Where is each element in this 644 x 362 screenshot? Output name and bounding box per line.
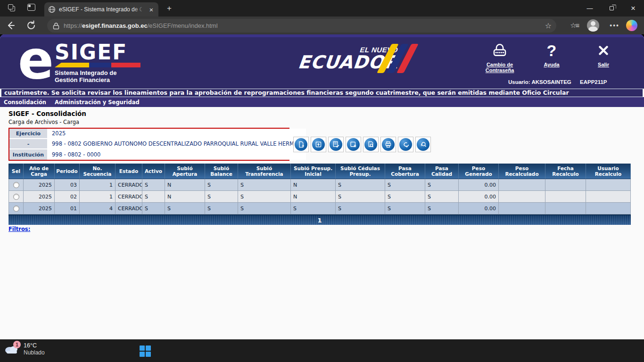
validate-document-button[interactable]: [328, 137, 344, 152]
window-controls: — ×: [579, 0, 644, 16]
table-cell: CERRADO: [116, 179, 142, 191]
row-select-radio[interactable]: [13, 194, 19, 200]
exit-x-icon: [596, 43, 611, 58]
delete-record-icon: [347, 138, 360, 151]
table-cell: 2025: [24, 179, 55, 191]
favorite-star-icon[interactable]: ☆: [545, 21, 552, 30]
toolbar-right: ☆≡ •••: [567, 16, 644, 34]
row-select-radio[interactable]: [13, 206, 19, 212]
esigef-logo-stripe: [55, 63, 140, 67]
query-search-icon: [417, 138, 429, 151]
table-cell: S: [336, 191, 385, 203]
restore-button[interactable]: [601, 0, 622, 16]
workspaces-icon[interactable]: [8, 4, 17, 12]
menu-item-administracion[interactable]: Administración y Seguridad: [55, 99, 140, 106]
filtros-link[interactable]: Filtros:: [8, 226, 30, 232]
preview-document-button[interactable]: [363, 137, 379, 152]
table-cell: CERRADO: [116, 203, 142, 214]
row-select-radio[interactable]: [13, 182, 19, 188]
table-cell: S: [205, 203, 238, 214]
table-cell: S: [238, 179, 291, 191]
profile-avatar[interactable]: [587, 19, 599, 32]
table-cell: S: [385, 179, 425, 191]
table-cell: [545, 179, 586, 191]
page-number[interactable]: 1: [317, 217, 322, 224]
restore-icon: [610, 6, 614, 10]
url-scheme: https://: [64, 22, 82, 29]
browser-tab[interactable]: eSIGEF - Sistema Integrado de Ge ×: [44, 2, 158, 16]
change-password-button[interactable]: Cambio de Contraseña: [480, 42, 519, 73]
weather-widget[interactable]: 1 16°C Nublado: [4, 342, 45, 356]
pagination-bar[interactable]: 1: [8, 214, 631, 225]
more-menu-icon[interactable]: •••: [610, 22, 619, 29]
workspaces-icon-front: [8, 4, 13, 9]
table-cell: S: [238, 191, 291, 203]
user-label: Usuario: AKSOSAINTEG: [508, 79, 571, 85]
page-title: SIGEF - Consolidación: [8, 110, 86, 117]
menu-item-consolidacion[interactable]: Consolidación: [4, 99, 46, 106]
preview-document-icon: [364, 138, 377, 151]
tab-close-icon[interactable]: ×: [147, 5, 156, 14]
table-cell: 0.00: [459, 203, 499, 214]
table-cell: [586, 203, 631, 214]
table-cell: 2025: [24, 203, 55, 214]
table-row: 2025014CERRADOSSSSSSSS0.00: [8, 203, 631, 214]
minimize-button[interactable]: —: [579, 0, 601, 16]
tab-title: eSIGEF - Sistema Integrado de Ge: [59, 6, 142, 13]
delete-record-button[interactable]: [346, 137, 361, 152]
table-cell: 1: [80, 191, 116, 203]
address-bar[interactable]: https://esigef.finanzas.gob.ec/eSIGEF/me…: [47, 19, 556, 33]
station-code: EAPP211P: [580, 79, 607, 85]
table-cell: S: [385, 191, 425, 203]
print-button[interactable]: [380, 137, 396, 152]
column-header: Pasa Calidad: [425, 164, 459, 179]
back-button[interactable]: [4, 19, 17, 32]
table-cell: 2025: [24, 191, 55, 203]
exit-button[interactable]: Salir: [584, 42, 623, 73]
esigef-logo-subtitle-1: Sistema Integrado de: [55, 69, 140, 76]
table-header-row: SelAño de CargaPeriodoNo. SecuenciaEstad…: [8, 164, 631, 179]
column-header: Año de Carga: [24, 164, 55, 179]
table-cell: S: [291, 203, 336, 214]
institucion-label: Institución: [9, 149, 48, 160]
lock-icon[interactable]: [53, 22, 59, 30]
select-cell: [8, 203, 24, 214]
weather-badge: 1: [13, 341, 21, 348]
table-cell: [499, 203, 545, 214]
ecuador-logo-stripes: [383, 44, 413, 73]
table-cell: 1: [80, 179, 116, 191]
globe-icon: [48, 6, 56, 13]
refresh-button[interactable]: [25, 19, 38, 32]
approve-check-button[interactable]: [398, 137, 413, 152]
new-tab-button[interactable]: +: [164, 4, 174, 13]
table-cell: 03: [55, 179, 80, 191]
favorites-bar-icon[interactable]: ☆≡: [567, 21, 581, 30]
change-password-label: Cambio de Contraseña: [480, 62, 519, 73]
start-button[interactable]: [140, 346, 151, 357]
table-cell: S: [142, 191, 165, 203]
query-search-button[interactable]: [415, 137, 431, 152]
column-header: Fecha Recalculo: [545, 164, 586, 179]
table-cell: 0.00: [459, 179, 499, 191]
carga-table: SelAño de CargaPeriodoNo. SecuenciaEstad…: [8, 164, 631, 225]
table-cell: [545, 191, 586, 203]
form-row-entidad: - 998 - 0802 GOBIERNO AUTONOMO DESCENTRA…: [9, 139, 306, 149]
help-button[interactable]: ? Ayuda: [532, 42, 571, 73]
column-header: Subió Cédulas Presup.: [336, 164, 385, 179]
padlock-icon: [492, 43, 508, 58]
save-upload-button[interactable]: [311, 137, 326, 152]
copilot-icon[interactable]: [626, 20, 637, 31]
approve-check-icon: [399, 138, 412, 151]
table-cell: N: [291, 179, 336, 191]
weather-condition: Nublado: [24, 349, 45, 356]
close-button[interactable]: ×: [622, 0, 644, 16]
tab-actions-icon[interactable]: [27, 4, 35, 11]
new-document-button[interactable]: [293, 137, 309, 152]
user-info: Usuario: AKSOSAINTEG EAPP211P: [508, 79, 640, 85]
table-cell: S: [142, 203, 165, 214]
column-header: Subió Apertura: [165, 164, 205, 179]
table-cell: S: [336, 203, 385, 214]
select-cell: [8, 191, 24, 203]
record-action-toolbar: [293, 137, 431, 152]
column-header: Periodo: [55, 164, 80, 179]
